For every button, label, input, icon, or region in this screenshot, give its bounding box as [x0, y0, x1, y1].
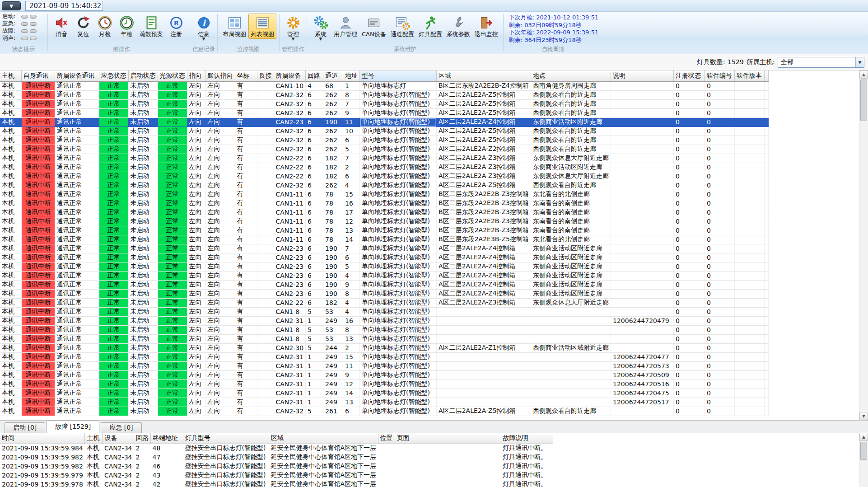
table-cell[interactable] [735, 244, 765, 253]
table-cell[interactable] [611, 226, 674, 235]
table-cell[interactable]: 本机 [0, 379, 21, 389]
table-cell[interactable]: 通讯正常 [55, 307, 99, 316]
table-cell[interactable]: CAN2-34 [103, 480, 134, 487]
table-cell[interactable]: 左向 [205, 253, 235, 262]
tab-emergency[interactable]: 应急 [0] [101, 422, 141, 433]
table-cell[interactable]: 通讯正常 [55, 90, 99, 99]
table-cell[interactable]: 通讯中断 [21, 298, 55, 307]
table-cell[interactable]: 左向 [187, 163, 205, 172]
table-row[interactable]: 2021-09-09 15:39:59.979本机CAN2-34243壁挂安全出… [0, 471, 553, 480]
table-cell[interactable]: 正常 [99, 389, 128, 398]
table-cell[interactable]: 单向地埋标志灯(智能型) [360, 217, 437, 226]
table-cell[interactable] [735, 289, 765, 298]
table-cell[interactable] [257, 334, 274, 343]
table-cell[interactable]: 有 [235, 136, 257, 145]
table-cell[interactable]: 左向 [187, 298, 205, 307]
table-cell[interactable]: 12 [343, 217, 360, 226]
table-cell[interactable]: 正常 [99, 316, 128, 325]
table-cell[interactable]: 0 [705, 298, 735, 307]
table-cell[interactable]: 左向 [205, 325, 235, 334]
table-cell[interactable]: 通讯中断 [21, 190, 55, 199]
table-cell[interactable]: 未启动 [128, 334, 158, 343]
table-cell[interactable]: 有 [235, 244, 257, 253]
table-cell[interactable] [611, 244, 674, 253]
table-cell[interactable]: 通讯正常 [55, 398, 99, 407]
table-cell[interactable] [257, 90, 274, 99]
table-cell[interactable]: 单向地埋标志灯(智能型) [360, 316, 437, 325]
table-cell[interactable]: 正常 [99, 217, 128, 226]
table-cell[interactable]: 有 [235, 190, 257, 199]
table-cell[interactable]: 单向地埋标志灯(智能型) [360, 136, 437, 145]
table-cell[interactable]: 1 [306, 316, 323, 325]
table-cell[interactable]: 有 [235, 307, 257, 316]
table-cell[interactable]: 通讯正常 [55, 99, 99, 108]
table-cell[interactable]: 通讯中断 [21, 407, 55, 416]
table-cell[interactable]: 通讯中断 [21, 352, 55, 361]
table-cell[interactable]: 延安全民健身中心体育馆A区地下一层 [269, 471, 378, 480]
table-cell[interactable]: 0 [674, 361, 705, 370]
table-cell[interactable] [611, 154, 674, 163]
table-cell[interactable]: CAN2-32 [274, 407, 306, 416]
host-filter-select[interactable]: 全部 ▼ [778, 57, 864, 68]
table-cell[interactable] [378, 444, 395, 453]
table-cell[interactable]: 249 [323, 389, 343, 398]
table-cell[interactable]: 通讯中断 [21, 343, 55, 352]
table-cell[interactable]: 0 [674, 181, 705, 190]
table-cell[interactable]: 本机 [0, 108, 21, 117]
table-cell[interactable] [611, 289, 674, 298]
table-cell[interactable]: 有 [235, 163, 257, 172]
table-cell[interactable]: 6 [306, 136, 323, 145]
table-cell[interactable]: 正常 [99, 271, 128, 280]
table-cell[interactable]: 6 [343, 407, 360, 416]
table-cell[interactable]: 0 [674, 244, 705, 253]
table-cell[interactable]: 有 [235, 126, 257, 136]
table-cell[interactable]: CAN2-23 [274, 244, 306, 253]
table-cell[interactable]: 262 [323, 90, 343, 99]
table-cell[interactable]: 正常 [99, 99, 128, 108]
table-cell[interactable]: A区二层2ALE2A-Z3控制箱 [437, 298, 531, 307]
table-cell[interactable]: 0 [705, 81, 735, 90]
table-cell[interactable]: 东侧商业活动区附近走廊 [531, 163, 611, 172]
table-cell[interactable]: 左向 [187, 217, 205, 226]
table-cell[interactable]: 未启动 [128, 379, 158, 389]
table-cell[interactable] [257, 298, 274, 307]
scrollbar-thumb[interactable] [860, 442, 867, 460]
column-header[interactable]: 软件编号 [705, 70, 735, 81]
table-cell[interactable] [257, 389, 274, 398]
table-cell[interactable]: 正常 [158, 208, 187, 217]
table-cell[interactable] [611, 172, 674, 181]
table-cell[interactable]: 正常 [158, 81, 187, 90]
table-cell[interactable]: 本机 [85, 471, 103, 480]
table-cell[interactable]: 2 [134, 453, 150, 462]
table-cell[interactable]: 通讯正常 [55, 199, 99, 208]
table-cell[interactable]: 正常 [99, 181, 128, 190]
table-cell[interactable]: 左向 [205, 379, 235, 389]
table-cell[interactable]: 未启动 [128, 389, 158, 398]
column-header[interactable]: 位置 [378, 433, 395, 444]
table-cell[interactable]: 本机 [0, 190, 21, 199]
table-cell[interactable] [735, 154, 765, 163]
table-row[interactable]: 本机通讯中断通讯正常正常未启动正常左向左向有CAN2-3262627单向地埋标志… [0, 99, 769, 108]
table-cell[interactable]: 本机 [0, 244, 21, 253]
table-cell[interactable]: 本机 [0, 163, 21, 172]
table-cell[interactable]: 通讯中断 [21, 217, 55, 226]
table-cell[interactable]: 东南看台的南侧走廊 [531, 199, 611, 208]
table-cell[interactable]: 左向 [205, 235, 235, 244]
table-cell[interactable] [611, 262, 674, 271]
table-cell[interactable]: 0 [674, 298, 705, 307]
table-cell[interactable]: 未启动 [128, 145, 158, 154]
table-cell[interactable]: 本机 [85, 480, 103, 487]
table-cell[interactable]: 通讯正常 [55, 280, 99, 289]
table-cell[interactable]: 0 [705, 136, 735, 145]
table-cell[interactable] [531, 325, 611, 334]
table-cell[interactable]: A区二层2ALE2A-Z1控制箱 [437, 343, 531, 352]
table-cell[interactable]: 249 [323, 361, 343, 370]
table-cell[interactable]: 通讯正常 [55, 81, 99, 90]
table-cell[interactable]: 未启动 [128, 407, 158, 416]
table-cell[interactable]: 有 [235, 325, 257, 334]
table-cell[interactable]: 单向地埋标志灯(智能型) [360, 271, 437, 280]
column-header[interactable]: 灯具型号 [183, 433, 269, 444]
table-cell[interactable]: CAN1-11 [274, 226, 306, 235]
table-cell[interactable] [611, 253, 674, 262]
table-cell[interactable] [735, 316, 765, 325]
